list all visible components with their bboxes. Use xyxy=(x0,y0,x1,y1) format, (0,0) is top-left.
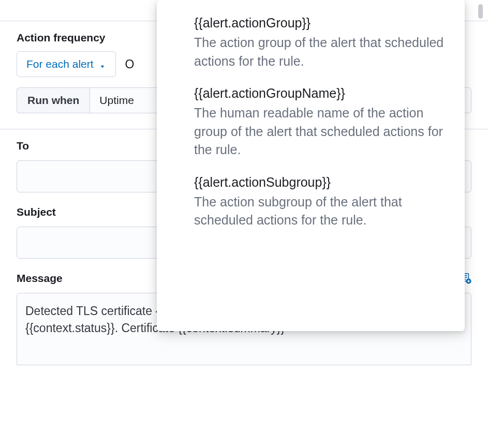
variable-option[interactable]: {{alert.actionGroupName}} The human read… xyxy=(157,81,465,170)
variable-option[interactable]: {{alert.actionGroup}} The action group o… xyxy=(157,10,465,81)
run-when-prefix: Run when xyxy=(17,87,90,113)
frequency-dropdown-value: For each alert xyxy=(26,58,94,70)
variable-name: {{alert.actionGroupName}} xyxy=(194,86,446,101)
popover-arrow xyxy=(438,324,452,331)
scrollbar-thumb[interactable] xyxy=(478,4,483,19)
variable-desc: The human readable name of the action gr… xyxy=(194,104,446,159)
variable-desc: The action group of the alert that sched… xyxy=(194,34,446,70)
frequency-text-after: O xyxy=(125,57,135,71)
variable-name: {{alert.actionSubgroup}} xyxy=(194,175,446,190)
variable-desc: The action subgroup of the alert that sc… xyxy=(194,193,446,230)
chevron-down-icon xyxy=(99,61,106,68)
variable-popover: {{alert.actionGroup}} The action group o… xyxy=(157,0,465,331)
frequency-dropdown[interactable]: For each alert xyxy=(17,51,116,77)
variable-name: {{alert.actionGroup}} xyxy=(194,16,446,31)
message-label: Message xyxy=(17,272,63,285)
variable-option[interactable]: {{alert.actionSubgroup}} The action subg… xyxy=(157,170,465,240)
